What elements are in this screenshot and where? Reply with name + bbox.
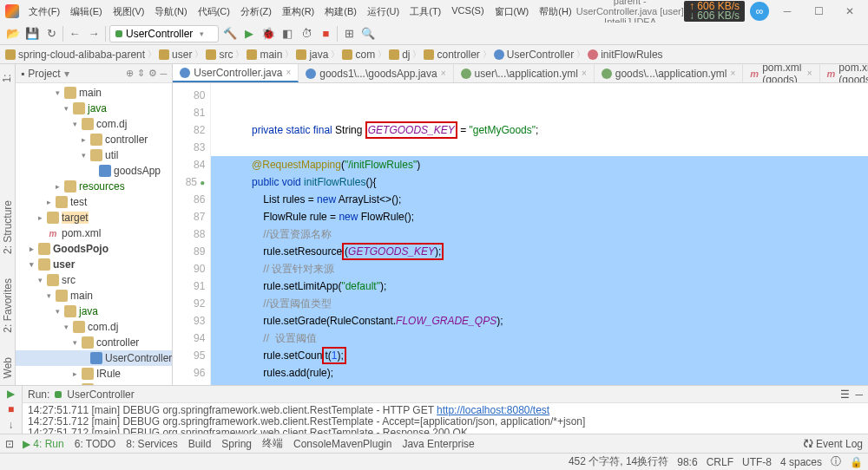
save-icon[interactable]: 💾 <box>24 26 40 42</box>
tree-item[interactable]: ▾com.dj <box>16 116 172 132</box>
editor-tab[interactable]: UserController.java× <box>173 64 299 82</box>
bottom-tab[interactable]: 6: TODO <box>75 436 116 451</box>
editor-tab[interactable]: user\...\application.yml× <box>454 64 595 82</box>
tree-item[interactable]: ▸resources <box>16 179 172 194</box>
close-tab-icon[interactable]: × <box>731 69 736 78</box>
project-toggle-icon[interactable]: ▪ <box>21 68 24 80</box>
hide-panel-icon[interactable]: ─ <box>161 69 168 79</box>
collapse-icon[interactable]: ⇕ <box>137 68 145 79</box>
menu-item[interactable]: 分析(Z) <box>236 3 276 20</box>
minimize-button[interactable]: ─ <box>774 5 800 17</box>
tree-item[interactable]: ▾controller <box>16 335 172 350</box>
down-icon[interactable]: ↓ <box>9 419 14 431</box>
tree-item[interactable]: ▸target <box>16 210 172 225</box>
structure-tool-tab[interactable]: 2: Structure <box>2 197 14 258</box>
status-encoding[interactable]: UTF-8 <box>742 456 772 468</box>
menu-item[interactable]: 窗口(W) <box>490 3 534 20</box>
close-tab-icon[interactable]: × <box>286 68 291 77</box>
close-button[interactable]: ✕ <box>837 5 863 17</box>
inspection-icon[interactable]: ⓘ <box>831 454 841 469</box>
breadcrumb-item[interactable]: UserController <box>494 49 574 61</box>
maximize-button[interactable]: ☐ <box>806 5 832 17</box>
event-log-button[interactable]: 🗘 Event Log <box>803 438 863 450</box>
menu-item[interactable]: 重构(R) <box>278 3 319 20</box>
breadcrumb-item[interactable]: initFlowRules <box>588 49 662 61</box>
tree-item[interactable]: ▸GoodsPojo <box>16 241 172 257</box>
debug-icon[interactable]: 🐞 <box>260 26 276 42</box>
close-tab-icon[interactable]: × <box>807 69 812 78</box>
breadcrumb-item[interactable]: main <box>247 49 282 61</box>
status-position[interactable]: 98:6 <box>677 456 697 468</box>
menu-item[interactable]: 导航(N) <box>150 3 191 20</box>
console-link[interactable]: http://localhost:8080/test <box>437 404 549 416</box>
status-indent[interactable]: 4 spaces <box>780 456 822 468</box>
run-icon[interactable]: ▶ <box>241 26 257 42</box>
toggle-tools-icon[interactable]: ⊡ <box>5 438 14 450</box>
breadcrumb-item[interactable]: com <box>342 49 375 61</box>
editor-tab[interactable]: mpom.xml (goods1)× <box>820 64 868 82</box>
status-crlf[interactable]: CRLF <box>707 456 733 468</box>
tree-item[interactable]: ▾java <box>16 304 172 319</box>
run-console[interactable]: 14:27:51.711 [main] DEBUG org.springfram… <box>23 403 868 434</box>
tree-item[interactable]: ▸test <box>16 194 172 210</box>
stop-run-icon[interactable]: ■ <box>8 403 14 415</box>
editor-tab[interactable]: goods\...\application.yml× <box>595 64 744 82</box>
breadcrumb-item[interactable]: java <box>296 49 328 61</box>
close-tab-icon[interactable]: × <box>441 69 446 78</box>
tree-item[interactable]: ▾src <box>16 272 172 288</box>
lock-icon[interactable]: 🔒 <box>850 456 863 468</box>
editor-tab[interactable]: mpom.xml (goods)× <box>743 64 819 82</box>
forward-icon[interactable]: → <box>86 26 102 42</box>
back-icon[interactable]: ← <box>67 26 82 42</box>
tree-item[interactable]: UserController <box>16 350 172 366</box>
menu-item[interactable]: VCS(S) <box>447 3 488 20</box>
code-area[interactable]: private static final String GETGOODS_KEY… <box>211 83 868 385</box>
run-config-select[interactable]: UserController <box>109 25 219 42</box>
bottom-tab[interactable]: ▶ 4: Run <box>23 436 64 451</box>
tree-item[interactable]: goodsApp <box>16 163 172 179</box>
breadcrumb-item[interactable]: spring-cloud-alibaba-parent <box>5 49 145 61</box>
editor-tab[interactable]: goods1\...\goodsApp.java× <box>299 64 453 82</box>
run-settings-icon[interactable]: ☰ <box>840 388 850 401</box>
breadcrumb-item[interactable]: src <box>206 49 233 61</box>
stop-icon[interactable]: ■ <box>318 26 333 42</box>
favorites-tool-tab[interactable]: 2: Favorites <box>2 275 14 336</box>
menu-item[interactable]: 编辑(E) <box>66 3 107 20</box>
select-opened-icon[interactable]: ⊕ <box>126 68 134 79</box>
tree-item[interactable]: mpom.xml <box>16 225 172 241</box>
breadcrumb-item[interactable]: user <box>159 49 192 61</box>
cloud-icon[interactable]: ∞ <box>750 2 769 21</box>
close-tab-icon[interactable]: × <box>582 69 587 78</box>
bottom-tab[interactable]: 8: Services <box>126 436 177 451</box>
build-icon[interactable]: 🔨 <box>222 26 238 42</box>
sync-icon[interactable]: ↻ <box>43 26 59 42</box>
menu-item[interactable]: 工具(T) <box>405 3 445 20</box>
breadcrumb-item[interactable]: controller <box>424 49 479 61</box>
tree-item[interactable]: ▾com.dj <box>16 319 172 335</box>
run-hide-icon[interactable]: ─ <box>855 388 863 401</box>
breadcrumb-item[interactable]: dj <box>389 49 410 61</box>
menu-item[interactable]: 视图(V) <box>108 3 149 20</box>
bottom-tab[interactable]: Spring <box>221 436 252 451</box>
tree-item[interactable]: ▸controller <box>16 132 172 147</box>
menu-item[interactable]: 运行(U) <box>363 3 404 20</box>
bottom-tab[interactable]: Build <box>188 436 212 451</box>
tree-item[interactable]: ▸IRule <box>16 366 172 382</box>
tree-item[interactable]: ▾main <box>16 288 172 304</box>
search-icon[interactable]: 🔍 <box>360 26 376 42</box>
web-tool-tab[interactable]: Web <box>2 354 14 382</box>
structure-icon[interactable]: ⊞ <box>341 26 357 42</box>
settings-icon[interactable]: ⚙ <box>148 68 157 79</box>
bottom-tab[interactable]: Java Enterprise <box>402 436 474 451</box>
tree-item[interactable]: ▾user <box>16 257 172 272</box>
menu-item[interactable]: 文件(F) <box>24 3 64 20</box>
menu-item[interactable]: 构建(B) <box>320 3 361 20</box>
tree-item[interactable]: ▾main <box>16 85 172 101</box>
profile-icon[interactable]: ⏱ <box>299 26 314 42</box>
bottom-tab[interactable]: 终端 <box>262 436 283 451</box>
tree-item[interactable]: ▾util <box>16 147 172 163</box>
rerun-icon[interactable]: ▶ <box>7 388 15 400</box>
coverage-icon[interactable]: ◧ <box>279 26 295 42</box>
project-tool-tab[interactable]: 1: 项目 <box>0 68 15 86</box>
menu-item[interactable]: 帮助(H) <box>535 3 575 20</box>
